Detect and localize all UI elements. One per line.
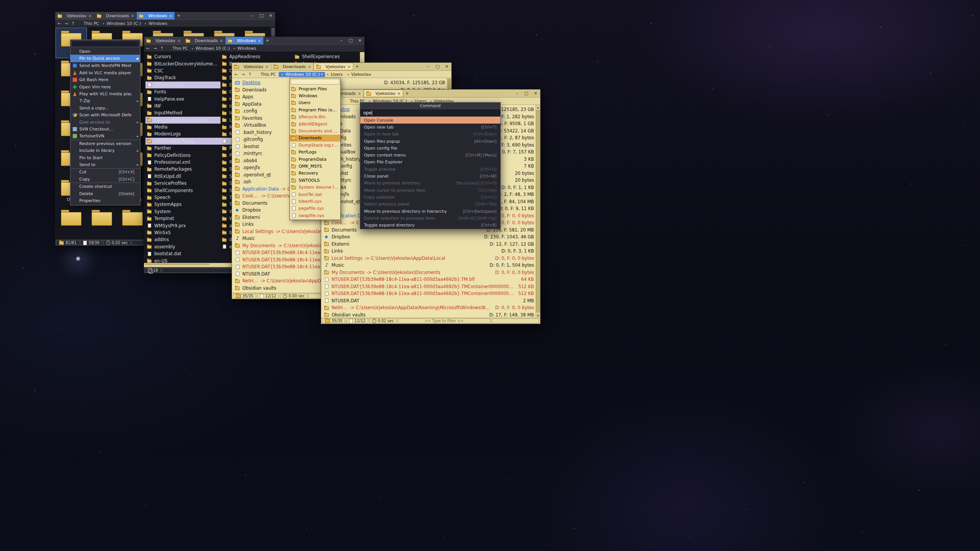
dropdown-item[interactable]: DumpStack.log.tmp (290, 142, 340, 148)
tab[interactable]: Vjekoslav × (144, 37, 183, 44)
file-row[interactable]: WMSysPr9.prx (145, 222, 220, 229)
tab[interactable]: Downloads × (271, 63, 314, 70)
file-row[interactable]: addins (145, 236, 220, 243)
palette-command-item[interactable]: Move to previous directory in hierarchy … (360, 208, 500, 215)
grid-file-item[interactable] (87, 207, 117, 237)
file-row[interactable]: System (145, 208, 220, 215)
file-row[interactable]: Speech (145, 194, 220, 201)
palette-command-item[interactable]: Toggle expand directory [Ctrl+B] (360, 222, 500, 228)
file-row[interactable]: NTUSER.DAT{53b39e88-18c4-11ea-a811-000d3… (321, 283, 536, 290)
file-row[interactable]: PolicyDefinitions (145, 152, 220, 158)
status-input-box[interactable] (492, 318, 539, 323)
grid-file-item[interactable] (117, 207, 148, 237)
file-row[interactable]: NTUSER.DAT 2 MB (321, 297, 536, 305)
menu-item[interactable]: Git Bash Here (70, 77, 140, 83)
breadcrumb-item[interactable]: This PC (168, 46, 189, 51)
maximize-button[interactable]: □ (433, 63, 442, 70)
forward-button[interactable]: → (64, 21, 68, 26)
new-tab-button[interactable]: + (264, 37, 271, 44)
tab-close-icon[interactable]: × (308, 65, 311, 69)
menu-item[interactable]: Pin to Start (70, 154, 140, 161)
tab-close-icon[interactable]: × (265, 65, 268, 69)
tab-close-icon[interactable]: × (88, 14, 91, 18)
dropdown-item[interactable]: PerfLogs (290, 149, 340, 156)
tab[interactable]: Vjekoslav × (364, 90, 403, 97)
dropdown-item[interactable]: ProgramData (290, 156, 340, 163)
file-row[interactable]: INF (145, 103, 220, 109)
file-row[interactable]: NTUSER.DAT{53b39e88-18c4-11ea-a811-000d3… (321, 276, 536, 283)
palette-command-item[interactable]: Close panel [Ctrl+W] (360, 173, 500, 179)
breadcrumb-item[interactable]: ▸ Windows (143, 21, 169, 26)
file-row[interactable]: Music D: 0, F: 1, 504 bytes (321, 262, 536, 269)
breadcrumb-item[interactable]: ▸ Windows 10 (C:) (189, 46, 232, 51)
maximize-button[interactable]: □ (257, 12, 266, 20)
dropdown-item[interactable]: Documents and Settings (290, 127, 340, 134)
menu-item[interactable]: Cut [Ctrl+X] (70, 168, 140, 176)
tab[interactable]: Vjekoslav × (55, 12, 95, 20)
palette-command-item[interactable]: Open Console (360, 117, 500, 124)
palette-command-item[interactable]: Move cursor to previous item [Ctrl+Up] (360, 187, 500, 194)
up-button[interactable]: ↑ (160, 46, 163, 51)
palette-command-item[interactable]: Select previous panel [Shift+Tab] (360, 201, 500, 208)
new-tab-button[interactable]: + (403, 90, 411, 97)
file-row[interactable]: Obsidian vaults D: 17, F: 149, 38 MB (321, 311, 536, 318)
breadcrumb-item[interactable]: ▸ Vjekoslav (345, 72, 374, 77)
tab-close-icon[interactable]: × (258, 39, 261, 43)
menu-item[interactable]: Copy [Ctrl+C] (70, 176, 140, 183)
file-row[interactable]: RemotePackages (145, 166, 220, 173)
maximize-button[interactable]: □ (522, 90, 531, 97)
breadcrumb-item[interactable]: ▸ Users (325, 72, 345, 77)
palette-command-item[interactable]: Toggle preview [Ctrl+Q] (360, 166, 500, 173)
menu-item[interactable]: Send to ▸ (70, 161, 140, 168)
file-row[interactable]: Panther (145, 145, 220, 152)
file-row[interactable]: My Documents -> C:\Users\Vjekoslav\Docum… (321, 269, 536, 276)
menu-item[interactable]: Include in library ▸ (70, 147, 140, 154)
tab-close-icon[interactable]: × (220, 39, 223, 43)
breadcrumb-item[interactable]: ▸ Windows (232, 46, 258, 51)
maximize-button[interactable]: □ (346, 37, 355, 44)
file-row[interactable]: Local Settings -> C:\Users\Vjekoslav\App… (321, 255, 536, 262)
file-row[interactable]: Professional.xml (145, 159, 220, 166)
file-row[interactable]: SystemApps (145, 201, 220, 208)
file-row[interactable]: LanguageOverlayCache (145, 117, 220, 124)
minimize-button[interactable]: – (513, 90, 522, 97)
menu-item[interactable]: 7-Zip ▸ (70, 98, 140, 104)
palette-search-input[interactable]: ope (360, 109, 500, 117)
menu-item[interactable]: Add to VLC media player's Playlist (70, 69, 140, 76)
menu-item[interactable]: Send a copy... (70, 104, 140, 111)
file-row[interactable]: assembly (145, 243, 220, 250)
new-tab-button[interactable]: + (353, 63, 361, 70)
tab-close-icon[interactable]: × (358, 91, 361, 96)
file-row[interactable]: ShellExperiences (293, 53, 361, 60)
dropdown-item[interactable]: Windows (290, 92, 340, 99)
file-row[interactable]: ModemLogs (145, 130, 220, 137)
forward-button[interactable]: → (241, 72, 245, 77)
file-row[interactable]: RtlExUpd.dll (145, 173, 220, 180)
file-row[interactable]: DiagTrack (145, 74, 220, 81)
file-row[interactable]: ServiceProfiles (145, 180, 220, 187)
dropdown-item[interactable]: Users (290, 99, 340, 106)
tab[interactable]: Windows × (137, 12, 175, 20)
menu-item[interactable]: Open (70, 48, 140, 55)
dropdown-item[interactable]: Downloads (290, 135, 340, 142)
palette-command-item[interactable]: Open context menu [Ctrl+M] [Menu] (360, 152, 500, 158)
filter-box[interactable]: >> Type to filter << (398, 318, 490, 323)
breadcrumb-item[interactable]: ▸ Windows 10 (C:) ▾ (279, 72, 325, 77)
file-row[interactable]: bootstat.dat (145, 250, 220, 257)
file-row[interactable]: DtcInstall.log (145, 82, 220, 88)
palette-command-item[interactable]: Open new tab [Ctrl+T] (360, 124, 500, 130)
grid-file-item[interactable] (56, 207, 87, 237)
close-button[interactable]: × (531, 90, 540, 97)
file-row[interactable]: NetHood -> C:\Users\Vjekoslav\AppData\Ro… (321, 304, 536, 311)
vertical-scrollbar[interactable]: ▲ ▼ (536, 105, 540, 318)
file-row[interactable]: HelpPane.exe (145, 95, 220, 102)
tab-close-icon[interactable]: × (397, 91, 400, 96)
menu-item[interactable]: Pin to Quick access ▪ (70, 55, 140, 62)
dropdown-filter-input[interactable] (291, 79, 340, 85)
up-button[interactable]: ↑ (71, 21, 75, 26)
file-row[interactable]: BitLockerDiscoveryVolumeContents (145, 60, 220, 67)
palette-command-item[interactable]: Extend selection to previous item [Shift… (360, 215, 500, 222)
file-row[interactable]: Offline Web Pages (145, 138, 220, 145)
file-row[interactable]: Media (145, 124, 220, 130)
menu-item[interactable]: Create shortcut (70, 183, 140, 190)
